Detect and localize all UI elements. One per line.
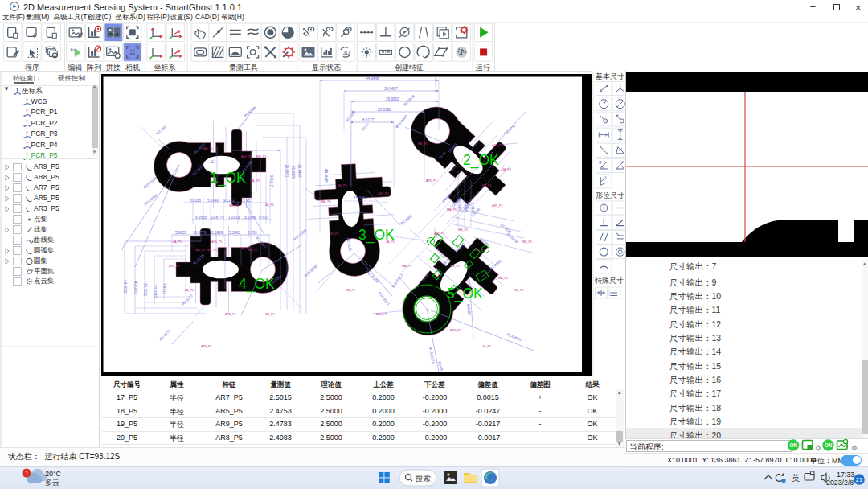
svg-text:MA_P5: MA_P5 <box>402 265 411 268</box>
svg-text:5_OK: 5_OK <box>447 286 483 302</box>
svg-text:9.2262: 9.2262 <box>223 199 235 203</box>
svg-text:M4_P5: M4_P5 <box>514 289 523 292</box>
svg-text:AR5_P5: AR5_P5 <box>376 313 387 316</box>
svg-text:4A_P5: 4A_P5 <box>502 168 511 171</box>
svg-text:M4_P5: M4_P5 <box>482 184 491 187</box>
svg-text:8.0177: 8.0177 <box>362 118 374 122</box>
svg-text:特殊尺寸: 特殊尺寸 <box>595 277 624 285</box>
svg-text:AR5_P5: AR5_P5 <box>474 249 485 252</box>
svg-text:ON: ON <box>825 442 833 448</box>
svg-text:29.9903: 29.9903 <box>386 97 399 101</box>
svg-text:形位尺寸: 形位尺寸 <box>596 191 624 199</box>
svg-text:AR9_P5: AR9_P5 <box>450 329 461 332</box>
svg-text:4A_P5: 4A_P5 <box>265 203 274 207</box>
svg-text:1.0919: 1.0919 <box>211 231 223 235</box>
svg-text:3_OK: 3_OK <box>358 227 395 244</box>
svg-text:基本尺寸: 基本尺寸 <box>596 72 624 80</box>
svg-text:5.3403: 5.3403 <box>229 231 240 235</box>
svg-text:8.0336: 8.0336 <box>190 199 201 203</box>
svg-text:1: 1 <box>25 470 29 477</box>
svg-text:MA_P5: MA_P5 <box>248 249 257 252</box>
svg-text:AR5_P5: AR5_P5 <box>426 179 436 183</box>
svg-text:40.0072: 40.0072 <box>133 281 137 295</box>
svg-text:1_OK: 1_OK <box>210 170 246 187</box>
svg-text:20.0398: 20.0398 <box>378 108 391 112</box>
svg-text:MB_P5: MB_P5 <box>346 289 355 292</box>
svg-text:MB_P5: MB_P5 <box>458 228 468 232</box>
svg-text:10.8779: 10.8779 <box>193 231 207 235</box>
svg-text:AR9_P5: AR9_P5 <box>169 265 179 268</box>
svg-text:多云: 多云 <box>45 479 59 487</box>
svg-text:20°C: 20°C <box>45 470 62 478</box>
svg-text:MA_P5: MA_P5 <box>321 200 331 203</box>
svg-text:MA_P5: MA_P5 <box>203 147 213 150</box>
svg-text:AR5_P5: AR5_P5 <box>434 232 444 236</box>
svg-text:44.9922: 44.9922 <box>123 280 127 294</box>
svg-text:AR9_P5: AR9_P5 <box>492 204 502 208</box>
svg-text:44.9648: 44.9648 <box>324 169 328 183</box>
svg-text:AR9_P5: AR9_P5 <box>241 155 252 158</box>
svg-text:英: 英 <box>792 473 800 483</box>
svg-text:39.9437: 39.9437 <box>384 87 398 91</box>
svg-text:5.9655: 5.9655 <box>175 231 186 235</box>
svg-text:3D: 3D <box>342 50 350 55</box>
svg-text:4A_P5: 4A_P5 <box>251 179 260 183</box>
svg-text:搜索: 搜索 <box>415 474 431 483</box>
svg-text:44.9648: 44.9648 <box>366 76 379 80</box>
svg-text:ON: ON <box>789 442 797 448</box>
svg-text:39.9448: 39.9448 <box>297 164 301 178</box>
svg-text:MB_P5: MB_P5 <box>418 142 428 146</box>
svg-text:AR9_P5: AR9_P5 <box>256 155 266 158</box>
svg-text:21: 21 <box>856 476 862 483</box>
svg-text:MB_P5: MB_P5 <box>229 204 239 208</box>
svg-text:7.9810: 7.9810 <box>162 283 166 294</box>
svg-text:MB_P5: MB_P5 <box>207 249 217 252</box>
svg-text:AR9_P5: AR9_P5 <box>201 345 211 348</box>
svg-text:M4_P5: M4_P5 <box>338 184 346 187</box>
svg-text:4A_P5: 4A_P5 <box>185 289 194 292</box>
svg-text:52.0110: 52.0110 <box>458 199 462 212</box>
svg-text:4A_P5: 4A_P5 <box>173 240 182 244</box>
svg-text:15.0064: 15.0064 <box>354 196 367 200</box>
svg-text:AR5_P5: AR5_P5 <box>211 240 222 244</box>
svg-text:4A_P5: 4A_P5 <box>482 345 491 348</box>
svg-text:MA_P5: MA_P5 <box>195 249 205 252</box>
svg-text:2_OK: 2_OK <box>463 152 499 169</box>
svg-text:MB_P5: MB_P5 <box>450 265 460 268</box>
svg-text:29.9870: 29.9870 <box>291 166 295 179</box>
svg-text:14: 14 <box>210 159 214 164</box>
svg-text:2023/2/8: 2023/2/8 <box>826 479 854 487</box>
svg-text:5.9655: 5.9655 <box>195 216 207 220</box>
svg-text:MA_P5: MA_P5 <box>447 208 457 212</box>
svg-text:MA_P5: MA_P5 <box>498 277 508 280</box>
svg-text:19.9801: 19.9801 <box>285 164 289 178</box>
svg-text:1.0919: 1.0919 <box>228 216 240 220</box>
svg-text:0.783: 0.783 <box>248 231 257 235</box>
svg-text:M4_P5: M4_P5 <box>265 313 274 316</box>
svg-text:17:33: 17:33 <box>837 471 854 479</box>
svg-text:MB_P5: MB_P5 <box>522 240 532 244</box>
svg-text:20.0352: 20.0352 <box>153 285 157 298</box>
svg-text:10.8779: 10.8779 <box>211 216 224 220</box>
svg-text:AR9_P5: AR9_P5 <box>378 192 388 195</box>
svg-text:AR5_P5: AR5_P5 <box>225 313 235 316</box>
svg-text:5.0040: 5.0040 <box>207 199 219 203</box>
svg-text:AR5_P5: AR5_P5 <box>492 144 502 147</box>
svg-text:30.0011: 30.0011 <box>143 283 147 297</box>
svg-text:M4_P5: M4_P5 <box>330 232 338 236</box>
svg-text:4_OK: 4_OK <box>239 276 275 293</box>
